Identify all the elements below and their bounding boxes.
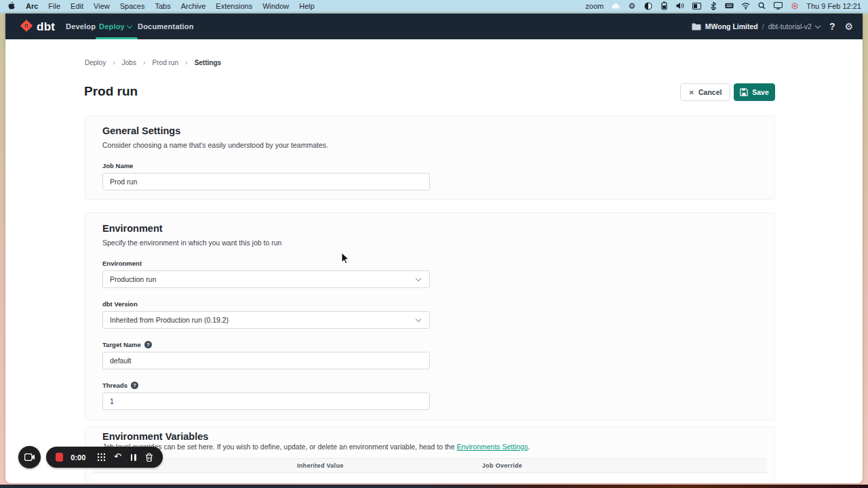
pause-recording-icon[interactable] xyxy=(130,453,138,462)
threads-label: Threads ? xyxy=(102,382,138,389)
cloud-icon[interactable] xyxy=(611,1,620,10)
save-floppy-icon xyxy=(740,88,748,96)
close-icon: ✕ xyxy=(689,89,694,96)
help-icon[interactable]: ? xyxy=(144,341,152,348)
apple-logo-icon[interactable] xyxy=(7,1,16,10)
menubar-item-edit[interactable]: Edit xyxy=(71,2,83,10)
menubar-item-window[interactable]: Window xyxy=(262,2,289,10)
chevron-down-icon xyxy=(416,275,421,281)
recording-timer: 0:00 xyxy=(71,453,85,462)
menubar-app-name[interactable]: Arc xyxy=(26,2,38,10)
breadcrumb-separator: › xyxy=(113,58,115,66)
do-not-disturb-icon[interactable] xyxy=(644,1,652,10)
display-icon[interactable] xyxy=(774,1,783,10)
account-name: MWong Limited xyxy=(705,22,758,30)
nav-deploy[interactable]: Deploy xyxy=(99,14,132,39)
menubar-item-file[interactable]: File xyxy=(48,2,60,10)
menubar-clock[interactable]: Thu 9 Feb 12:21 xyxy=(806,2,861,10)
menubar-item-spaces[interactable]: Spaces xyxy=(120,2,145,10)
dbt-logo[interactable]: dbt xyxy=(19,18,55,36)
menubar-item-tabs[interactable]: Tabs xyxy=(155,2,170,10)
environment-variables-card: Environment Variables Job level override… xyxy=(85,426,775,483)
breadcrumb-prod-run[interactable]: Prod run xyxy=(153,59,178,66)
menubar-item-help[interactable]: Help xyxy=(299,2,315,10)
target-name-input[interactable] xyxy=(102,352,430,369)
menubar-item-view[interactable]: View xyxy=(94,2,110,10)
environment-label: Environment xyxy=(102,260,142,267)
recorder-toolbar: 0:00 ↶ xyxy=(46,447,163,468)
threads-input[interactable] xyxy=(102,392,430,410)
nav-develop[interactable]: Develop xyxy=(66,14,96,39)
breadcrumb: Deploy › Jobs › Prod run › Settings xyxy=(85,58,221,66)
mouse-cursor xyxy=(341,252,351,267)
folder-icon xyxy=(692,23,701,30)
environment-variables-title: Environment Variables xyxy=(102,431,208,442)
restart-recording-icon[interactable]: ↶ xyxy=(113,452,121,462)
desktop-edge xyxy=(0,485,868,488)
wifi-icon[interactable] xyxy=(741,1,750,10)
chevron-down-icon xyxy=(815,22,821,28)
settings-gear-button[interactable]: ⚙ xyxy=(844,21,853,32)
video-camera-icon xyxy=(24,453,35,461)
dbt-version-label: dbt Version xyxy=(102,300,138,308)
environment-title: Environment xyxy=(102,223,163,234)
env-vars-table-row xyxy=(94,474,767,483)
macos-menubar: Arc File Edit View Spaces Tabs Archive E… xyxy=(0,0,868,12)
dbt-navbar: dbt Develop Deploy Documentation MWong L… xyxy=(5,14,863,39)
browser-window: dbt Develop Deploy Documentation MWong L… xyxy=(5,14,863,483)
menubar-item-extensions[interactable]: Extensions xyxy=(216,2,252,10)
breadcrumb-separator: › xyxy=(185,58,188,66)
nav-deploy-active-underline xyxy=(96,37,138,39)
stop-record-button[interactable] xyxy=(56,453,63,462)
account-slash: / xyxy=(762,22,764,30)
job-name-input[interactable] xyxy=(102,173,430,190)
general-settings-title: General Settings xyxy=(102,125,180,136)
recorder-camera-button[interactable] xyxy=(18,446,41,468)
drag-handle-icon[interactable] xyxy=(97,453,106,462)
volume-icon[interactable] xyxy=(676,1,685,10)
env-vars-table-header: Inherited Value Job Override xyxy=(94,458,767,473)
cancel-button[interactable]: ✕ Cancel xyxy=(680,83,730,101)
general-settings-description: Consider choosing a name that's easily u… xyxy=(102,141,328,149)
column-job-override: Job Override xyxy=(482,462,522,469)
window-tile-icon[interactable] xyxy=(692,1,701,10)
search-icon[interactable] xyxy=(757,1,766,10)
keyboard-icon[interactable] xyxy=(725,1,734,10)
battery-icon[interactable] xyxy=(660,1,669,10)
save-button[interactable]: Save xyxy=(734,83,775,101)
help-icon[interactable]: ? xyxy=(131,382,138,389)
target-name-label: Target Name ? xyxy=(102,341,152,348)
menubar-item-archive[interactable]: Archive xyxy=(181,2,206,10)
breadcrumb-settings: Settings xyxy=(195,59,221,66)
environment-description: Specify the environment in which you wan… xyxy=(102,239,281,247)
trash-icon[interactable] xyxy=(145,453,153,462)
general-settings-card: General Settings Consider choosing a nam… xyxy=(85,115,775,200)
environment-select[interactable]: Production run xyxy=(102,270,430,288)
project-name: dbt-tutorial-v2 xyxy=(768,22,812,30)
environment-card: Environment Specify the environment in w… xyxy=(85,212,775,421)
breadcrumb-deploy[interactable]: Deploy xyxy=(85,59,106,66)
settings-gear-icon[interactable]: ⚙ xyxy=(627,1,636,10)
help-button[interactable]: ? xyxy=(829,21,835,32)
nav-documentation[interactable]: Documentation xyxy=(138,14,194,39)
column-inherited-value: Inherited Value xyxy=(297,462,344,469)
dbt-logo-icon xyxy=(19,18,34,36)
breadcrumb-jobs[interactable]: Jobs xyxy=(122,59,136,66)
environments-settings-link[interactable]: Environments Settings xyxy=(456,443,528,451)
environment-variables-description: Job level overrides can be set here. If … xyxy=(102,443,753,451)
job-name-label: Job Name xyxy=(102,162,133,169)
chevron-down-icon xyxy=(416,316,421,321)
dbt-version-select[interactable]: Inherited from Production run (0.19.2) xyxy=(102,311,430,329)
account-project-switcher[interactable]: MWong Limited / dbt-tutorial-v2 xyxy=(692,22,820,30)
page-title: Prod run xyxy=(84,84,138,99)
menubar-zoom-app[interactable]: zoom xyxy=(585,2,604,10)
chevron-down-icon xyxy=(127,22,132,28)
bluetooth-icon[interactable] xyxy=(709,1,717,10)
breadcrumb-separator: › xyxy=(143,58,146,66)
screen-record-icon[interactable] xyxy=(790,1,799,10)
dbt-logo-text: dbt xyxy=(37,20,55,34)
